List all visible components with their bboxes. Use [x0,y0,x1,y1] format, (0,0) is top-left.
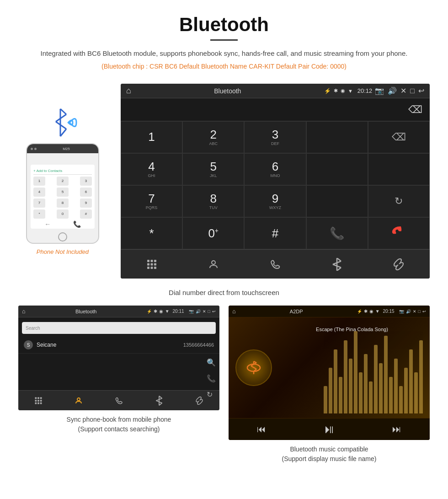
phone-home-circle [58,232,67,241]
search-icon[interactable]: 🔍 [207,358,216,367]
play-pause-button[interactable]: ⏯ [323,422,335,436]
bottom-screenshots: ⌂ Bluetooth ⚡ ✱◉▼ 20:11 📷 🔊 ✕ □ ↩ Search [0,306,448,473]
phone-icon[interactable]: 📞 [207,374,216,383]
svg-rect-27 [37,402,39,404]
contacts-section: ⌂ Bluetooth ⚡ ✱◉▼ 20:11 📷 🔊 ✕ □ ↩ Search [18,306,219,464]
nav-link[interactable] [368,250,430,279]
phone-keypad-row: 7 8 9 [33,199,92,208]
title-underline [210,39,238,41]
music-caption: Bluetooth music compatible (Support disp… [282,445,377,464]
phone-key: 2 [57,177,69,186]
key-hash[interactable]: # [244,217,306,249]
phone-key: 8 [57,199,69,208]
bluetooth-status-icon: ✱ [334,88,338,94]
mini-cam: 📷 [189,309,194,314]
keypad-empty-4 [306,185,368,217]
svg-line-34 [159,403,162,405]
key-5[interactable]: 5 JKL [182,153,244,185]
key-9[interactable]: 9 WXYZ [244,185,306,217]
phone-dot [34,148,37,150]
phone-keypad-row: 4 5 6 [33,188,92,197]
time-display: 20:12 [357,87,373,94]
status-bar: ⌂ Bluetooth ⚡ ✱ ◉ ▼ 20:12 📷 🔊 ✕ □ ↩ [121,84,430,98]
key-7[interactable]: 7 PQRS [121,185,182,217]
home-icon[interactable]: ⌂ [126,86,131,96]
mini-usb-icon: ⚡ [147,309,152,314]
sync-icon: ↻ [395,195,403,207]
camera-icon[interactable]: 📷 [375,86,384,95]
keypad-empty-3 [368,153,430,185]
mini-x: ✕ [203,309,206,314]
music-time: 20:15 [383,309,395,314]
key-call-red[interactable] [368,217,430,249]
svg-rect-22 [40,397,42,399]
back-icon[interactable]: ↩ [418,86,424,95]
key-8[interactable]: 8 TUV [182,185,244,217]
phone-key: 4 [33,188,45,197]
mini-vol: 🔊 [196,309,201,314]
music-unit: ⌂ A2DP ⚡ ✱◉▼ 20:15 📷 🔊 ✕ □ ↩ Escape (The… [229,306,430,440]
contacts-unit: ⌂ Bluetooth ⚡ ✱◉▼ 20:11 📷 🔊 ✕ □ ↩ Search [18,306,219,410]
contacts-search-bar[interactable]: Search [22,322,216,334]
phone-key: * [33,209,45,219]
mini-time: 20:11 [173,309,184,314]
key-call-green[interactable]: 📞 [306,217,368,249]
key-6[interactable]: 6 MNO [244,153,306,185]
svg-rect-6 [150,260,153,262]
key-3[interactable]: 3 DEF [244,121,306,153]
key-1[interactable]: 1 [121,121,182,153]
mini-back: ↩ [212,309,216,314]
contact-action-icons: 🔍 📞 ↻ [18,354,219,390]
album-art [235,349,272,386]
keypad-backspace-cell[interactable]: ⌫ [368,121,430,153]
svg-rect-10 [154,263,156,265]
phone-not-included-label: Phone Not Included [37,248,89,255]
nav-dialpad[interactable] [121,250,182,279]
mini-nav-call[interactable] [99,391,139,410]
svg-rect-20 [35,397,37,399]
phone-bottom-row: ← 📞 [33,220,92,228]
contact-avatar: S [24,340,33,349]
prev-track-button[interactable]: ⏮ [257,424,266,435]
mini-status-bar-right: ⌂ A2DP ⚡ ✱◉▼ 20:15 📷 🔊 ✕ □ ↩ [229,306,430,317]
contact-name: Seicane [37,342,183,348]
key-sync[interactable]: ↻ [368,185,430,217]
phone-key: 6 [80,188,92,197]
next-track-button[interactable]: ⏭ [392,424,401,435]
keypad-grid: 1 2 ABC 3 DEF ⌫ 4 GHI 5 JKL [121,121,430,249]
phone-home-button [27,232,98,241]
search-placeholder: Search [26,326,40,331]
key-4[interactable]: 4 GHI [121,153,182,185]
phone-add-contact: + Add to Contacts [33,167,92,175]
title-section: Bluetooth Integrated with BC6 Bluetooth … [0,0,448,84]
music-home-icon: ⌂ [232,308,236,315]
backspace-button[interactable]: ⌫ [408,104,422,116]
svg-rect-11 [147,267,149,269]
nav-call[interactable] [244,250,306,279]
music-box: □ [418,309,421,314]
mini-nav-bt[interactable] [139,391,179,410]
nav-contacts[interactable] [182,250,244,279]
music-section: ⌂ A2DP ⚡ ✱◉▼ 20:15 📷 🔊 ✕ □ ↩ Escape (The… [229,306,430,464]
volume-icon[interactable]: 🔊 [388,86,397,95]
key-2[interactable]: 2 ABC [182,121,244,153]
refresh-icon[interactable]: ↻ [207,390,216,399]
svg-line-16 [337,258,341,261]
call-green-icon: 📞 [330,226,344,241]
equalizer [319,317,430,418]
svg-line-40 [251,366,256,369]
phone-top-bar: M25 [27,144,98,153]
contact-row[interactable]: S Seicane 13566664466 [18,337,219,354]
key-0[interactable]: 0+ [182,217,244,249]
mini-screen-title: Bluetooth [27,309,145,314]
key-star[interactable]: * [121,217,182,249]
window-icon[interactable]: □ [410,87,415,95]
svg-line-4 [60,129,66,136]
mini-nav-contacts[interactable] [59,391,99,410]
nav-bluetooth[interactable] [306,250,368,279]
mini-nav-dialpad[interactable] [18,391,59,410]
phone-screen: + Add to Contacts 1 2 3 4 5 6 7 8 9 [31,165,95,229]
close-icon[interactable]: ✕ [400,86,406,95]
call-red-icon [391,224,406,243]
phone-key: 1 [33,177,45,186]
